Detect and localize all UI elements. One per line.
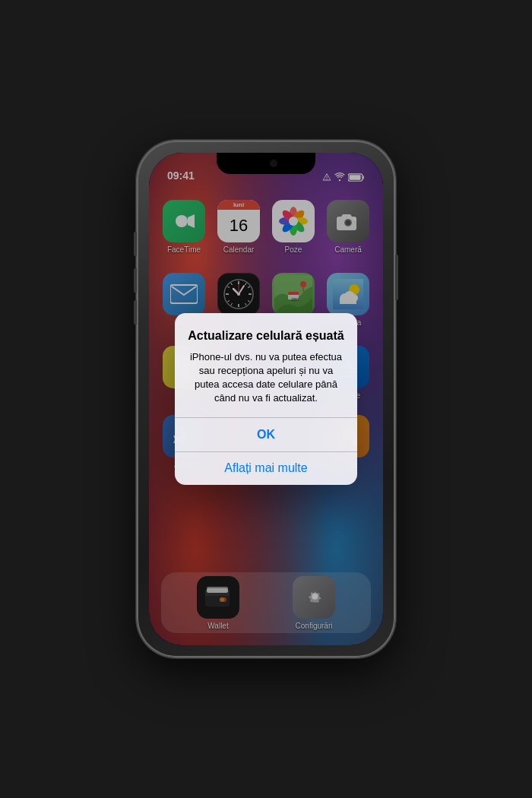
alert-buttons: OK Aflați mai multe bbox=[175, 418, 357, 486]
alert-content: Actualizare celulară eșuată iPhone-ul dv… bbox=[175, 313, 357, 418]
alert-box: Actualizare celulară eșuată iPhone-ul dv… bbox=[175, 313, 357, 486]
alert-ok-button[interactable]: OK bbox=[175, 418, 357, 451]
screen: 09:41 bbox=[149, 153, 383, 645]
alert-message: iPhone-ul dvs. nu va putea efectua sau r… bbox=[187, 350, 345, 406]
alert-overlay: Actualizare celulară eșuată iPhone-ul dv… bbox=[149, 153, 383, 645]
phone-inner: 09:41 bbox=[149, 153, 383, 645]
alert-title: Actualizare celulară eșuată bbox=[187, 328, 345, 344]
alert-learn-button[interactable]: Aflați mai multe bbox=[175, 451, 357, 485]
phone-outer: 09:41 bbox=[137, 141, 395, 657]
